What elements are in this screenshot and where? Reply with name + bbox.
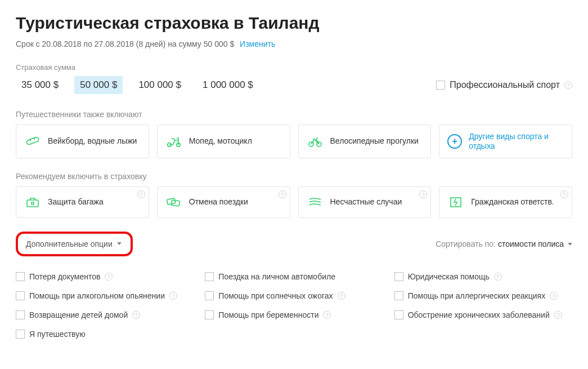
check-personal-car[interactable]: Поездка на личном автомобиле [205, 272, 383, 281]
check-children-return[interactable]: Возвращение детей домой ? [16, 310, 194, 319]
check-pregnancy[interactable]: Помощь при беременности ? [205, 310, 383, 319]
card-wakeboard[interactable]: Вейкборд, водные лыжи [16, 125, 149, 158]
recommend-label: Рекомендуем включить в страховку [16, 172, 572, 181]
edit-link[interactable]: Изменить [240, 39, 275, 48]
checkbox-icon [394, 291, 403, 300]
svg-point-1 [30, 140, 31, 141]
svg-point-8 [32, 202, 34, 204]
check-label: Потеря документов [29, 272, 100, 281]
card-moped[interactable]: Мопед, мотоцикл [157, 125, 290, 158]
help-icon[interactable]: ? [169, 292, 177, 300]
card-accident[interactable]: ? Несчастные случаи [298, 186, 432, 218]
sum-option[interactable]: 50 000 $ [74, 76, 123, 94]
help-icon[interactable]: ? [494, 273, 502, 281]
check-legal-help[interactable]: Юридическая помощь ? [394, 272, 572, 281]
checkbox-grid: Потеря документов ? Поездка на личном ав… [16, 272, 572, 339]
check-chronic[interactable]: Обострение хронических заболеваний ? [394, 310, 572, 319]
sum-option[interactable]: 35 000 $ [16, 76, 64, 94]
svg-rect-0 [26, 136, 39, 145]
checkbox-icon [16, 310, 25, 319]
checkbox-icon [16, 291, 25, 300]
card-label: Несчастные случаи [330, 197, 402, 207]
card-label: Гражданская ответств. [471, 197, 554, 207]
card-label: Защита багажа [48, 197, 104, 207]
svg-point-2 [34, 138, 35, 139]
check-alcohol[interactable]: Помощь при алкогольном опьянении ? [16, 291, 194, 300]
checkbox-icon [16, 272, 25, 281]
help-icon[interactable]: ? [132, 311, 140, 319]
prof-sport-label: Профессиональный спорт [450, 80, 560, 90]
check-allergy[interactable]: Помощь при аллергических реакциях ? [394, 291, 572, 300]
card-bicycle[interactable]: Велосипедные прогулки [298, 125, 432, 158]
card-liability[interactable]: ? Гражданская ответств. [439, 186, 572, 218]
also-include-row: Вейкборд, водные лыжи Мопед, мотоцикл Ве… [16, 125, 572, 158]
card-luggage[interactable]: ? Защита багажа [16, 186, 149, 218]
check-label: Обострение хронических заболеваний [408, 310, 550, 319]
check-label: Помощь при беременности [218, 310, 318, 319]
check-lost-documents[interactable]: Потеря документов ? [16, 272, 194, 281]
card-label: Вейкборд, водные лыжи [48, 136, 137, 146]
card-label: Мопед, мотоцикл [189, 136, 252, 146]
plus-icon: + [447, 134, 462, 149]
checkbox-icon [205, 272, 214, 281]
check-i-travel[interactable]: Я путешествую [16, 330, 194, 339]
liability-icon [447, 195, 464, 210]
checkbox-icon [205, 291, 214, 300]
check-label: Юридическая помощь [408, 272, 490, 281]
checkbox-icon [394, 310, 403, 319]
card-more-sports[interactable]: + Другие виды спорта и отдыха [439, 125, 572, 158]
help-icon[interactable]: ? [564, 81, 572, 89]
check-label: Помощь при аллергических реакциях [408, 291, 545, 300]
check-label: Я путешествую [29, 330, 86, 339]
check-label: Поездка на личном автомобиле [218, 272, 335, 281]
svg-rect-7 [27, 200, 38, 207]
help-icon[interactable]: ? [137, 190, 145, 198]
help-icon[interactable]: ? [554, 311, 562, 319]
checkbox-icon [16, 330, 25, 339]
cancel-trip-icon [165, 195, 182, 210]
help-icon[interactable]: ? [105, 273, 113, 281]
moped-icon [165, 134, 182, 149]
subtitle-text: Срок с 20.08.2018 по 27.08.2018 (8 дней)… [16, 39, 234, 48]
sum-option[interactable]: 1 000 000 $ [197, 76, 259, 94]
card-label: Отмена поездки [189, 197, 248, 207]
checkbox-icon [436, 81, 445, 90]
sum-options: 35 000 $ 50 000 $ 100 000 $ 1 000 000 $ [16, 76, 259, 94]
card-label: Другие виды спорта и отдыха [469, 132, 564, 151]
help-icon[interactable]: ? [550, 292, 558, 300]
sort-label: Сортировать по: [436, 239, 496, 248]
additional-options-label: Дополнительные опции [26, 239, 113, 248]
also-include-label: Путешественники также включают [16, 110, 572, 119]
help-icon[interactable]: ? [279, 190, 286, 198]
prof-sport-checkbox[interactable]: Профессиональный спорт ? [436, 80, 572, 90]
subtitle-row: Срок с 20.08.2018 по 27.08.2018 (8 дней)… [16, 39, 572, 48]
accident-icon [307, 195, 324, 210]
help-icon[interactable]: ? [338, 292, 345, 300]
check-label: Помощь при алкогольном опьянении [29, 291, 165, 300]
check-label: Помощь при солнечных ожогах [218, 291, 333, 300]
card-cancel-trip[interactable]: ? Отмена поездки [157, 186, 290, 218]
sort-value: стоимости полиса [498, 239, 564, 248]
card-label: Велосипедные прогулки [330, 136, 419, 146]
sort-control[interactable]: Сортировать по: стоимости полиса [436, 239, 572, 248]
sum-label: Страховая сумма [16, 63, 572, 72]
chevron-down-icon [568, 243, 572, 246]
checkbox-icon [205, 310, 214, 319]
bicycle-icon [307, 134, 324, 149]
help-icon[interactable]: ? [323, 311, 331, 319]
help-icon[interactable]: ? [560, 190, 568, 198]
checkbox-icon [394, 272, 403, 281]
sum-option[interactable]: 100 000 $ [133, 76, 187, 94]
recommend-row: ? Защита багажа ? Отмена поездки ? Несча… [16, 186, 572, 218]
luggage-icon [24, 195, 41, 210]
chevron-down-icon [117, 242, 122, 245]
wakeboard-icon [24, 134, 41, 149]
help-icon[interactable]: ? [419, 190, 427, 198]
additional-options-button[interactable]: Дополнительные опции [16, 232, 133, 256]
check-label: Возвращение детей домой [29, 310, 128, 319]
check-sunburn[interactable]: Помощь при солнечных ожогах ? [205, 291, 383, 300]
page-title: Туристическая страховка в Таиланд [16, 14, 572, 33]
